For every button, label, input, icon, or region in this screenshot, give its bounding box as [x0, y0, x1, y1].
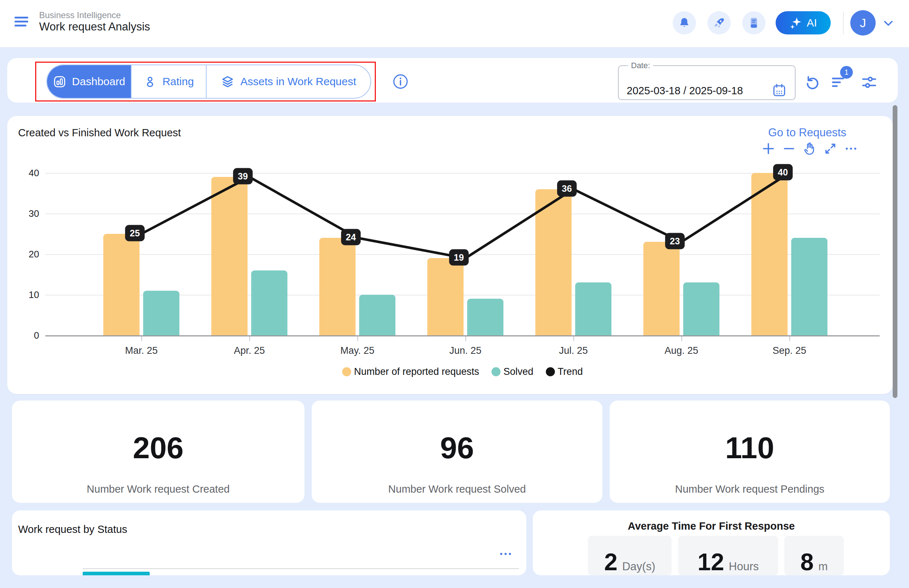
kpi-label: Number Work request Created: [12, 483, 304, 495]
bar-reported: [535, 189, 572, 335]
x-axis-label: Apr. 25: [217, 345, 282, 356]
x-axis-label: Sep. 25: [757, 345, 822, 356]
notifications-button[interactable]: [673, 11, 696, 34]
bar-reported: [751, 173, 788, 335]
status-chart-axis: [82, 568, 519, 569]
info-icon[interactable]: [392, 74, 408, 90]
bar-reported: [211, 177, 247, 335]
work-request-by-status-card: Work request by Status: [12, 510, 526, 575]
trend-value-label: 23: [665, 233, 685, 249]
response-card-title: Average Time For First Response: [533, 520, 890, 532]
x-axis-label: May. 25: [325, 345, 390, 356]
bar-reported: [427, 258, 463, 335]
sliders-icon[interactable]: [861, 74, 877, 90]
user-avatar[interactable]: J: [850, 10, 876, 36]
ai-button-label: AI: [807, 17, 817, 29]
launch-button[interactable]: [707, 11, 731, 34]
bar-solved: [467, 299, 504, 335]
legend-dot: [546, 367, 555, 376]
trend-value-label: 40: [773, 164, 793, 181]
tab-rating[interactable]: Rating: [131, 65, 206, 98]
bar-solved: [359, 295, 396, 335]
header-divider: [843, 11, 844, 34]
page-title: Work request Analysis: [39, 20, 150, 33]
y-axis-tick-label: 30: [14, 208, 39, 219]
tab-label: Dashboard: [72, 75, 125, 88]
bar-reported: [319, 238, 355, 335]
hamburger-menu-icon[interactable]: [15, 17, 28, 28]
x-axis-tick: [249, 336, 250, 341]
scrollbar-thumb[interactable]: [893, 105, 898, 398]
sparkle-icon: [790, 16, 802, 29]
app-subtitle: Business Intelligence: [39, 10, 121, 20]
refresh-icon[interactable]: [804, 74, 820, 90]
y-axis-tick-label: 10: [14, 289, 39, 300]
chevron-down-icon[interactable]: [882, 19, 894, 28]
kpi-value: 110: [610, 430, 890, 465]
bar-solved: [143, 291, 179, 335]
legend-item-trend[interactable]: Trend: [546, 366, 583, 377]
trend-value-label: 19: [449, 249, 469, 266]
x-axis-line: [45, 335, 880, 336]
trend-value-label: 39: [233, 168, 253, 184]
tab-label: Assets in Work Request: [240, 75, 356, 88]
kpi-card-created: 206 Number Work request Created: [12, 401, 304, 503]
kpi-label: Number Work request Solved: [312, 483, 602, 495]
kpi-value: 206: [12, 430, 304, 465]
trend-value-label: 36: [557, 180, 576, 197]
metric-value: 8: [800, 550, 814, 574]
avatar-initial: J: [860, 16, 866, 30]
legend-item-solved[interactable]: Solved: [491, 366, 533, 377]
x-axis-label: Mar. 25: [109, 345, 174, 356]
y-axis-tick-label: 40: [14, 168, 39, 179]
date-field-label: Date:: [628, 61, 653, 70]
more-options-icon[interactable]: [498, 549, 513, 558]
filter-count: 1: [844, 68, 848, 76]
created-vs-finished-chart-card: Created vs Finished Work Request Go to R…: [7, 116, 893, 394]
bar-reported: [103, 234, 140, 335]
documentation-button[interactable]: [742, 11, 765, 34]
metric-days: 2 Day(s): [588, 536, 672, 575]
kpi-card-pendings: 110 Number Work request Pendings: [610, 401, 890, 503]
tab-dashboard[interactable]: Dashboard: [47, 65, 131, 98]
date-range-value[interactable]: 2025-03-18 / 2025-09-18: [626, 85, 743, 97]
status-card-title: Work request by Status: [18, 523, 127, 535]
trend-value-label: 25: [125, 225, 145, 241]
kpi-value: 96: [312, 430, 602, 465]
x-axis-label: Aug. 25: [649, 345, 714, 356]
bar-solved: [791, 238, 827, 335]
legend-dot: [491, 367, 501, 376]
view-tabs: Dashboard Rating Assets in Work Request: [47, 65, 371, 99]
calendar-icon[interactable]: [772, 82, 787, 98]
bar-solved: [251, 270, 287, 335]
x-axis-label: Jul. 25: [541, 345, 606, 356]
y-axis-tick-label: 20: [14, 249, 39, 260]
kpi-card-solved: 96 Number Work request Solved: [312, 401, 602, 503]
ai-assistant-button[interactable]: AI: [776, 11, 831, 34]
legend-dot: [342, 367, 351, 376]
chart-legend: Number of reported requestsSolvedTrend: [45, 366, 880, 377]
layers-icon: [221, 75, 234, 89]
x-axis-tick: [357, 336, 358, 341]
app-header: Business Intelligence Work request Analy…: [0, 0, 909, 47]
legend-label: Number of reported requests: [354, 366, 479, 377]
tab-label: Rating: [162, 75, 194, 88]
metric-hours: 12 Hours: [678, 536, 778, 575]
legend-label: Trend: [558, 366, 583, 377]
x-axis-label: Jun. 25: [433, 345, 498, 356]
bar-solved: [575, 283, 612, 335]
date-range-field: Date: 2025-03-18 / 2025-09-18: [618, 61, 796, 100]
bell-icon: [678, 17, 691, 29]
x-axis-tick: [465, 336, 466, 341]
work-request-analysis-screen: Business Intelligence Work request Analy…: [0, 0, 909, 588]
kpi-label: Number Work request Pendings: [610, 483, 890, 495]
dashboard-icon: [53, 75, 66, 89]
filter-count-badge: 1: [840, 66, 853, 79]
bar-solved: [683, 283, 719, 335]
legend-item-number-of-reported-requests[interactable]: Number of reported requests: [342, 366, 479, 377]
metric-minutes: 8 m: [784, 536, 844, 575]
tab-assets-in-work-request[interactable]: Assets in Work Request: [206, 65, 370, 98]
rocket-icon: [713, 17, 725, 29]
person-icon: [144, 75, 157, 88]
notebook-icon: [748, 17, 760, 29]
